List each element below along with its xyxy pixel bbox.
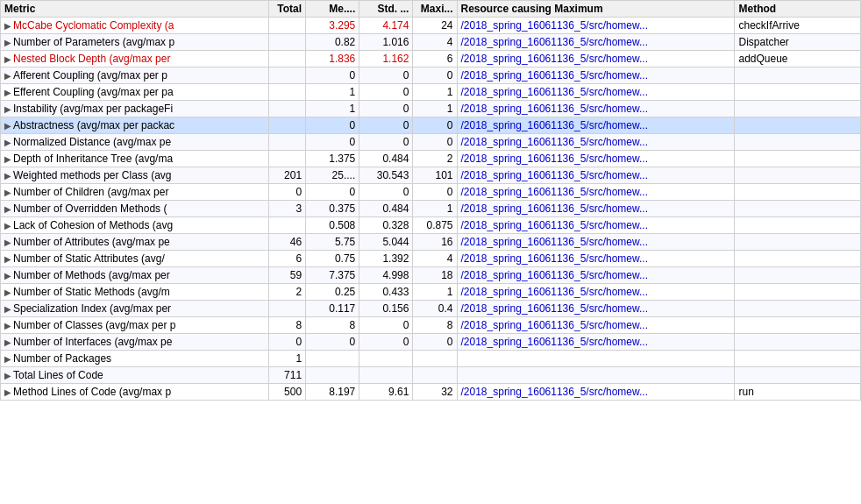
expand-icon[interactable]: ▶ <box>4 154 11 164</box>
cell-metric: ▶Number of Packages <box>1 351 269 367</box>
cell-metric: ▶Specialization Index (avg/max per <box>1 301 269 317</box>
expand-icon[interactable]: ▶ <box>4 354 11 364</box>
cell-method <box>735 234 861 251</box>
expand-icon[interactable]: ▶ <box>4 54 11 64</box>
cell-metric: ▶Number of Parameters (avg/max p <box>1 34 269 51</box>
cell-mean: 8 <box>306 317 359 334</box>
cell-total <box>268 101 305 117</box>
cell-resource: /2018_spring_16061136_5/src/homew... <box>457 267 735 284</box>
cell-total: 0 <box>268 184 305 201</box>
cell-method <box>735 101 861 117</box>
metric-label: Weighted methods per Class (avg <box>13 169 172 181</box>
table-row: ▶Number of Interfaces (avg/max pe0000/20… <box>1 334 861 351</box>
expand-icon[interactable]: ▶ <box>4 337 11 347</box>
metric-label: Number of Methods (avg/max per <box>13 269 170 281</box>
cell-mean: 1.836 <box>306 51 359 67</box>
expand-icon[interactable]: ▶ <box>4 188 11 197</box>
expand-icon[interactable]: ▶ <box>4 254 11 264</box>
expand-icon[interactable]: ▶ <box>4 287 11 297</box>
cell-method <box>735 217 861 234</box>
cell-method <box>735 284 861 301</box>
cell-std: 4.998 <box>359 267 413 284</box>
cell-std: 30.543 <box>359 167 413 184</box>
cell-std: 0.484 <box>359 151 413 167</box>
metric-label: Total Lines of Code <box>13 369 103 381</box>
expand-icon[interactable]: ▶ <box>4 387 11 397</box>
cell-total: 500 <box>268 384 305 401</box>
expand-icon[interactable]: ▶ <box>4 221 11 231</box>
expand-icon[interactable]: ▶ <box>4 304 11 314</box>
expand-icon[interactable]: ▶ <box>4 271 11 280</box>
cell-method <box>735 184 861 201</box>
cell-total <box>268 67 305 84</box>
cell-mean: 0.117 <box>306 301 359 317</box>
cell-metric: ▶Number of Static Attributes (avg/ <box>1 251 269 267</box>
expand-icon[interactable]: ▶ <box>4 38 11 47</box>
expand-icon[interactable]: ▶ <box>4 238 11 247</box>
cell-metric: ▶Normalized Distance (avg/max pe <box>1 134 269 151</box>
cell-method <box>735 201 861 217</box>
cell-std <box>359 367 413 384</box>
table-row: ▶Efferent Coupling (avg/max per pa101/20… <box>1 84 861 101</box>
cell-total: 201 <box>268 167 305 184</box>
cell-total: 711 <box>268 367 305 384</box>
table-row: ▶Normalized Distance (avg/max pe000/2018… <box>1 134 861 151</box>
cell-total: 46 <box>268 234 305 251</box>
cell-resource <box>457 367 735 384</box>
cell-std: 0 <box>359 117 413 134</box>
expand-icon[interactable]: ▶ <box>4 88 11 97</box>
cell-max: 4 <box>413 34 457 51</box>
cell-std: 9.61 <box>359 384 413 401</box>
expand-icon[interactable]: ▶ <box>4 204 11 214</box>
expand-icon[interactable]: ▶ <box>4 321 11 330</box>
metric-label: Depth of Inheritance Tree (avg/ma <box>13 153 173 165</box>
cell-metric: ▶Method Lines of Code (avg/max p <box>1 384 269 401</box>
metric-label: Number of Attributes (avg/max pe <box>13 236 170 248</box>
cell-std <box>359 351 413 367</box>
cell-std: 0 <box>359 101 413 117</box>
table-row: ▶Nested Block Depth (avg/max per1.8361.1… <box>1 51 861 67</box>
table-row: ▶Number of Classes (avg/max per p8808/20… <box>1 317 861 334</box>
cell-max: 0 <box>413 67 457 84</box>
cell-mean: 25.... <box>306 167 359 184</box>
cell-std: 0.328 <box>359 217 413 234</box>
cell-resource: /2018_spring_16061136_5/src/homew... <box>457 151 735 167</box>
cell-metric: ▶Instability (avg/max per packageFi <box>1 101 269 117</box>
table-row: ▶Number of Methods (avg/max per597.3754.… <box>1 267 861 284</box>
metric-label: McCabe Cyclomatic Complexity (a <box>13 19 174 32</box>
header-resource: Resource causing Maximum <box>457 1 735 18</box>
expand-icon[interactable]: ▶ <box>4 21 11 31</box>
expand-icon[interactable]: ▶ <box>4 171 11 181</box>
cell-total <box>268 34 305 51</box>
cell-resource: /2018_spring_16061136_5/src/homew... <box>457 301 735 317</box>
cell-resource: /2018_spring_16061136_5/src/homew... <box>457 334 735 351</box>
cell-std: 0 <box>359 317 413 334</box>
cell-resource: /2018_spring_16061136_5/src/homew... <box>457 51 735 67</box>
cell-metric: ▶Lack of Cohesion of Methods (avg <box>1 217 269 234</box>
cell-resource: /2018_spring_16061136_5/src/homew... <box>457 84 735 101</box>
cell-mean: 0.82 <box>306 34 359 51</box>
cell-metric: ▶Efferent Coupling (avg/max per pa <box>1 84 269 101</box>
cell-max: 1 <box>413 101 457 117</box>
cell-method <box>735 351 861 367</box>
cell-max: 1 <box>413 201 457 217</box>
expand-icon[interactable]: ▶ <box>4 71 11 81</box>
metric-label: Number of Static Attributes (avg/ <box>13 252 165 265</box>
cell-resource: /2018_spring_16061136_5/src/homew... <box>457 167 735 184</box>
metric-label: Abstractness (avg/max per packac <box>13 119 174 131</box>
cell-total: 0 <box>268 334 305 351</box>
cell-max <box>413 367 457 384</box>
cell-method: addQueue <box>735 51 861 67</box>
expand-icon[interactable]: ▶ <box>4 138 11 147</box>
table-row: ▶Number of Parameters (avg/max p0.821.01… <box>1 34 861 51</box>
cell-mean: 0 <box>306 117 359 134</box>
expand-icon[interactable]: ▶ <box>4 104 11 114</box>
cell-method: checkIfArrive <box>735 18 861 34</box>
cell-max: 4 <box>413 251 457 267</box>
table-row: ▶Total Lines of Code711 <box>1 367 861 384</box>
metric-label: Number of Children (avg/max per <box>13 186 168 198</box>
cell-method <box>735 117 861 134</box>
expand-icon[interactable]: ▶ <box>4 371 11 380</box>
expand-icon[interactable]: ▶ <box>4 121 11 131</box>
cell-std: 1.016 <box>359 34 413 51</box>
